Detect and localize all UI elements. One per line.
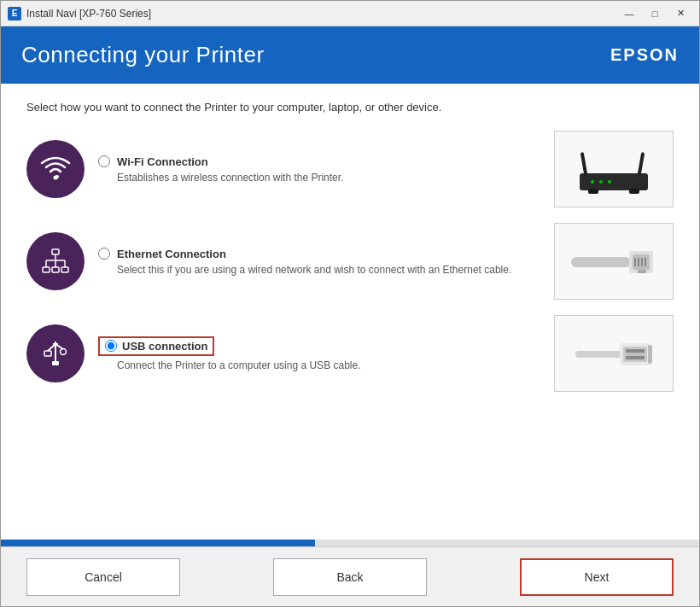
ethernet-radio[interactable] (98, 248, 110, 260)
ethernet-image (554, 223, 674, 300)
ethernet-label-row: Ethernet Connection (98, 248, 540, 260)
svg-point-0 (54, 176, 58, 180)
svg-rect-11 (52, 267, 59, 272)
cancel-button[interactable]: Cancel (26, 558, 180, 596)
wifi-label-row: Wi-Fi Connection (98, 155, 540, 168)
router-svg (563, 135, 665, 203)
ethernet-desc: Select this if you are using a wired net… (117, 264, 540, 276)
svg-point-5 (599, 180, 603, 184)
wifi-title: Wi-Fi Connection (117, 155, 208, 168)
wifi-icon-circle (26, 140, 85, 198)
svg-point-30 (61, 349, 67, 355)
brand-logo: EPSON (610, 45, 679, 65)
svg-rect-2 (580, 152, 588, 176)
progress-area (1, 540, 699, 546)
titlebar: E Install Navi [XP-760 Series] — □ ✕ (1, 1, 699, 26)
svg-rect-38 (626, 353, 645, 356)
svg-rect-3 (638, 152, 645, 176)
svg-rect-29 (44, 351, 51, 356)
close-button[interactable]: ✕ (668, 5, 692, 22)
progress-bar (1, 540, 315, 546)
minimize-button[interactable]: — (617, 5, 641, 22)
svg-rect-22 (638, 258, 639, 266)
usb-title: USB connection (122, 340, 207, 353)
usb-radio[interactable] (105, 340, 117, 352)
svg-rect-18 (571, 257, 631, 267)
svg-point-4 (591, 180, 594, 184)
usb-selected-highlight: USB connection (98, 336, 214, 356)
svg-rect-8 (629, 189, 639, 194)
next-button[interactable]: Next (520, 558, 674, 596)
wifi-radio[interactable] (98, 155, 110, 167)
usb-icon-circle (26, 324, 85, 382)
wifi-icon (39, 153, 72, 185)
ethernet-text-area: Ethernet Connection Select this if you a… (98, 248, 540, 276)
svg-rect-12 (61, 267, 68, 272)
svg-rect-39 (648, 345, 652, 364)
titlebar-controls: — □ ✕ (617, 5, 692, 22)
usb-option-row: USB connection Connect the Printer to a … (26, 315, 674, 392)
usb-icon (39, 337, 72, 370)
svg-rect-9 (52, 249, 59, 254)
ethernet-icon (39, 245, 72, 277)
instructions-text: Select how you want to connect the Print… (26, 101, 674, 114)
svg-rect-25 (638, 270, 646, 273)
usb-desc: Connect the Printer to a computer using … (117, 359, 540, 371)
usb-text-area: USB connection Connect the Printer to a … (98, 336, 540, 371)
content-area: Select how you want to connect the Print… (1, 84, 699, 540)
usb-image (554, 315, 674, 392)
ethernet-icon-circle (26, 232, 85, 290)
wifi-desc: Establishes a wireless connection with t… (117, 172, 540, 184)
svg-line-27 (48, 344, 55, 351)
usb-cable-svg (567, 319, 661, 388)
header: Connecting your Printer EPSON (1, 26, 699, 84)
wifi-text-area: Wi-Fi Connection Establishes a wireless … (98, 155, 540, 184)
svg-rect-21 (634, 258, 636, 266)
svg-rect-7 (588, 189, 598, 194)
maximize-button[interactable]: □ (643, 5, 667, 22)
page-title: Connecting your Printer (21, 42, 265, 68)
wifi-image (554, 131, 674, 207)
footer: Cancel Back Next (1, 546, 699, 606)
ethernet-title: Ethernet Connection (117, 248, 226, 260)
usb-label-row: USB connection (98, 336, 540, 356)
svg-point-6 (608, 180, 611, 184)
svg-rect-10 (43, 267, 50, 272)
ethernet-cable-svg (563, 227, 665, 295)
ethernet-option-row: Ethernet Connection Select this if you a… (26, 223, 674, 300)
svg-rect-31 (52, 361, 59, 365)
app-icon: E (8, 7, 21, 20)
titlebar-text: Install Navi [XP-760 Series] (26, 8, 617, 20)
svg-rect-23 (641, 258, 643, 266)
back-button[interactable]: Back (273, 558, 427, 596)
main-window: E Install Navi [XP-760 Series] — □ ✕ Con… (0, 0, 700, 607)
svg-rect-24 (645, 258, 646, 266)
svg-rect-34 (575, 351, 622, 358)
svg-rect-1 (580, 173, 648, 190)
wifi-option-row: Wi-Fi Connection Establishes a wireless … (26, 131, 674, 207)
